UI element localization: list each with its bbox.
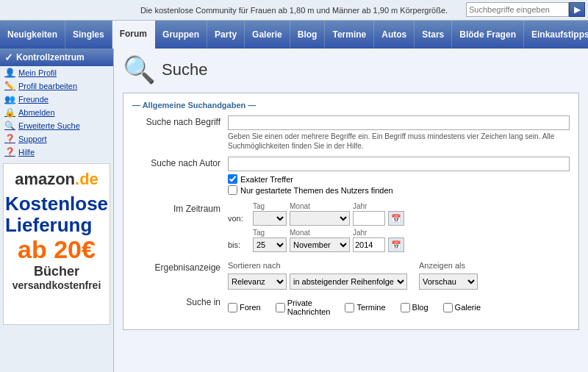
suche-in-galerie: Galerie bbox=[443, 303, 481, 312]
sortieren-row: Relevanz in absteigender Reihenfolge bbox=[228, 273, 407, 290]
suche-in-private: PrivateNachrichten bbox=[276, 298, 331, 316]
von-calendar-button[interactable]: 📅 bbox=[388, 211, 404, 226]
bis-monat-select[interactable]: November bbox=[290, 237, 350, 252]
termine-checkbox[interactable] bbox=[345, 303, 354, 312]
ad-text-price: ab 20€ bbox=[18, 235, 96, 264]
autor-label: Suche nach Autor bbox=[132, 157, 228, 168]
sidebar-erweiterte-suche[interactable]: 🔍 Erweiterte Suche bbox=[0, 119, 113, 132]
suche-in-field: Foren PrivateNachrichten Termine Bl bbox=[228, 296, 570, 316]
sidebar-mein-profil[interactable]: 👤 Mein Profil bbox=[0, 66, 113, 79]
begriff-field: Geben Sie einen oder mehrere Begriffe ei… bbox=[228, 115, 570, 151]
autor-field: Exakter Treffer Nur gestartete Themen de… bbox=[228, 157, 570, 196]
foren-checkbox[interactable] bbox=[228, 303, 237, 312]
sidebar-support[interactable]: ❓ Support bbox=[0, 132, 113, 146]
zeitraum-row: Im Zeitraum Tag Monat Jahr von: bbox=[132, 202, 570, 255]
nav-blog[interactable]: Blog bbox=[290, 21, 326, 49]
suche-in-row: Suche in Foren PrivateNachrichten bbox=[132, 296, 570, 316]
search-input[interactable] bbox=[466, 2, 569, 17]
nav-einkaufstipps[interactable]: Einkaufstipps bbox=[524, 21, 588, 49]
sidebar-hilfe[interactable]: ❓ Hilfe bbox=[0, 146, 113, 159]
nav-bloede-fragen[interactable]: Blöde Fragen bbox=[452, 21, 524, 49]
exakt-treffer-label: Exakter Treffer bbox=[240, 175, 293, 184]
search-button-top[interactable]: ▶ bbox=[569, 2, 585, 17]
von-monat-select[interactable] bbox=[290, 211, 350, 226]
von-tag-select[interactable] bbox=[253, 211, 287, 226]
nav-neuigkeiten[interactable]: Neuigkeiten bbox=[0, 21, 65, 49]
bis-headers: Tag Monat Jahr bbox=[253, 229, 570, 237]
exakt-treffer-checkbox[interactable] bbox=[228, 174, 237, 184]
bis-tag-select[interactable]: 25 bbox=[253, 237, 287, 252]
checkboxes: Exakter Treffer Nur gestartete Themen de… bbox=[228, 174, 570, 195]
section-legend: — Allgemeine Suchandgaben — bbox=[132, 101, 570, 110]
nur-gestartet-label: Nur gestartete Themen des Nutzers finden bbox=[240, 186, 393, 195]
nur-gestartet-checkbox[interactable] bbox=[228, 185, 237, 195]
kontrollzentrum-label: Kontrollzentrum bbox=[16, 52, 85, 62]
anzeigen-col: Anzeigen als Vorschau bbox=[419, 261, 478, 290]
autor-input[interactable] bbox=[228, 157, 570, 171]
begriff-label: Suche nach Begriff bbox=[132, 115, 228, 127]
bis-calendar-button[interactable]: 📅 bbox=[388, 237, 404, 252]
main-layout: ✓ Kontrollzentrum 👤 Mein Profil ✏️ Profi… bbox=[0, 49, 588, 372]
foren-label: Foren bbox=[240, 303, 261, 312]
nav-forum[interactable]: Forum bbox=[112, 21, 155, 49]
autor-row: Suche nach Autor Exakter Treffer Nur ges… bbox=[132, 157, 570, 196]
bis-jahr-input[interactable] bbox=[353, 237, 385, 252]
zeitraum-label: Im Zeitraum bbox=[132, 202, 228, 214]
sidebar-freunde[interactable]: 👥 Freunde bbox=[0, 93, 113, 106]
reihenfolge-select[interactable]: in absteigender Reihenfolge bbox=[290, 273, 407, 290]
sortieren-label: Sortieren nach bbox=[228, 261, 407, 270]
nav-gruppen[interactable]: Gruppen bbox=[155, 21, 207, 49]
search-title-row: 🔍 Suche bbox=[123, 54, 579, 85]
ad-text-buecher: Bücher bbox=[34, 264, 79, 279]
bis-jahr-header: Jahr bbox=[353, 229, 385, 237]
profil-icon: 👤 bbox=[4, 68, 15, 78]
sidebar-abmelden[interactable]: 🔒 Abmelden bbox=[0, 106, 113, 119]
search-area: ▶ bbox=[466, 2, 585, 17]
exakt-treffer-row: Exakter Treffer bbox=[228, 174, 570, 184]
sidebar: ✓ Kontrollzentrum 👤 Mein Profil ✏️ Profi… bbox=[0, 49, 114, 372]
suche-in-label: Suche in bbox=[132, 296, 228, 307]
nav-singles[interactable]: Singles bbox=[65, 21, 112, 49]
ad-amazon[interactable]: amazon.de KostenloseLieferung ab 20€ Büc… bbox=[3, 163, 110, 325]
blog-checkbox[interactable] bbox=[401, 303, 410, 312]
nav-autos[interactable]: Autos bbox=[374, 21, 415, 49]
suche-in-checkboxes: Foren PrivateNachrichten Termine Bl bbox=[228, 298, 570, 316]
top-bar: Die kostenlose Community für Frauen ab 1… bbox=[0, 0, 588, 21]
nav-termine[interactable]: Termine bbox=[325, 21, 374, 49]
support-icon: ❓ bbox=[4, 134, 15, 144]
zeit-headers: Tag Monat Jahr bbox=[253, 202, 570, 210]
anzeigen-select[interactable]: Vorschau bbox=[419, 273, 478, 290]
jahr-header: Jahr bbox=[353, 202, 385, 210]
ergebnis-label: Ergebnisanzeige bbox=[132, 261, 228, 273]
begriff-input[interactable] bbox=[228, 115, 570, 130]
blog-label: Blog bbox=[412, 303, 429, 312]
private-checkbox[interactable] bbox=[276, 303, 285, 312]
logout-icon: 🔒 bbox=[4, 107, 15, 118]
sidebar-profil-bearbeiten[interactable]: ✏️ Profil bearbeiten bbox=[0, 79, 113, 93]
edit-icon: ✏️ bbox=[4, 81, 15, 91]
bis-monat-header: Monat bbox=[290, 229, 348, 237]
tag-header: Tag bbox=[253, 202, 285, 210]
galerie-checkbox[interactable] bbox=[443, 303, 453, 312]
monat-header: Monat bbox=[290, 202, 348, 210]
begriff-row: Suche nach Begriff Geben Sie einen oder … bbox=[132, 115, 570, 151]
ergebnis-field: Sortieren nach Relevanz in absteigender … bbox=[228, 261, 570, 290]
nav-party[interactable]: Party bbox=[207, 21, 245, 49]
begriff-help: Geben Sie einen oder mehrere Begriffe ei… bbox=[228, 132, 570, 151]
sortieren-col: Sortieren nach Relevanz in absteigender … bbox=[228, 261, 407, 290]
bis-label: bis: bbox=[228, 240, 250, 249]
sortieren-select[interactable]: Relevanz bbox=[228, 273, 287, 290]
von-jahr-input[interactable] bbox=[353, 211, 385, 226]
von-row: von: 📅 bbox=[228, 211, 570, 226]
main-nav: Neuigkeiten Singles Forum Gruppen Party … bbox=[0, 21, 588, 49]
von-label: von: bbox=[228, 214, 250, 223]
nav-stars[interactable]: Stars bbox=[415, 21, 452, 49]
friends-icon: 👥 bbox=[4, 94, 15, 104]
ad-text-kostenlose: KostenloseLieferung bbox=[5, 193, 108, 235]
nur-gestartet-row: Nur gestartete Themen des Nutzers finden bbox=[228, 185, 570, 195]
extended-search-icon: 🔍 bbox=[4, 121, 15, 131]
tagline: Die kostenlose Community für Frauen ab 1… bbox=[140, 6, 448, 15]
termine-label: Termine bbox=[356, 303, 385, 312]
allgemeine-suchandgaben-section: — Allgemeine Suchandgaben — Suche nach B… bbox=[123, 93, 579, 330]
nav-galerie[interactable]: Galerie bbox=[245, 21, 290, 49]
